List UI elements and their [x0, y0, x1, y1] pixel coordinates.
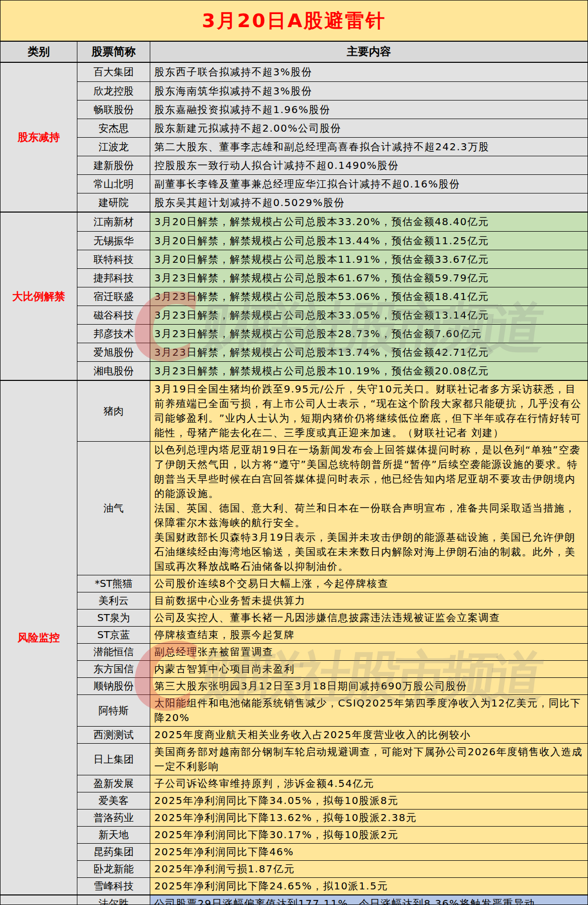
stock-name-cell: *ST熊猫: [77, 575, 150, 592]
stock-name-cell: ST泉为: [77, 610, 150, 626]
content-cell: 2025年净利润同比下降34.05%，拟每10股派8元: [150, 792, 587, 809]
stock-name-cell: 雪峰科技: [77, 878, 150, 894]
table-row: 新天地2025年净利润同比下降30.17%，拟每10股派2元: [77, 826, 587, 843]
table-row: 阿特斯太阳能组件和电池储能系统销售减少，CSIQ2025年第四季度净收入为12亿…: [77, 694, 587, 726]
table-row: 联特科技3月20日解禁，解禁规模占公司总股本11.91%，预估金额33.67亿元: [77, 250, 587, 268]
content-cell: 3月23日解禁，解禁规模占公司总股本13.74%，预估金额42.71亿元: [150, 343, 587, 361]
column-header-stock: 股票简称: [77, 42, 150, 62]
content-cell: 公司股票29日涨幅偏离值达到177.11%，今日涨幅达到8.36%将触发严重异动: [150, 895, 587, 905]
table-row: 畅联股份股东嘉融投资拟减持不超1.96%股份: [77, 100, 587, 119]
content-cell: 美国商务部对越南部分钢制车轮启动规避调查，可能对下属孙公司2026年度销售收入造…: [150, 744, 587, 775]
table-row: 爱美客2025年净利润同比下降34.05%，拟每10股派8元: [77, 792, 587, 809]
content-cell: 3月23日解禁，解禁规模占公司总股本10.19%，预估金额20.08亿元: [150, 362, 587, 380]
content-cell: 副董事长李锋及董事兼总经理应华江拟合计减持不超0.16%股份: [150, 175, 587, 193]
table-row: ST京蓝停牌核查结束，股票今起复牌: [77, 626, 587, 643]
table-row: 雪峰科技2025年净利润同比下降24.65%，拟10派1.5元: [77, 877, 587, 894]
content-cell: 股东吴其超计划减持不超0.5029%股份: [150, 193, 587, 212]
stock-name-cell: 安杰思: [77, 119, 150, 137]
table-row: 法尔胜公司股票29日涨幅偏离值达到177.11%，今日涨幅达到8.36%将触发严…: [77, 895, 587, 905]
content-cell: 3月23日解禁，解禁规模占公司总股本28.73%，预估金额7.60亿元: [150, 325, 587, 343]
table-row: 顺钠股份第三大股东张明园3月12日至3月18日期间减持690万股公司股份: [77, 677, 587, 694]
content-cell: 3月23日解禁，解禁规模占公司总股本33.05%，预估金额13.14亿元: [150, 306, 587, 324]
category-label: 股东减持: [1, 63, 77, 212]
stock-name-cell: 普洛药业: [77, 810, 150, 826]
content-cell: 3月20日解禁，解禁规模占公司总股本33.20%，预估金额48.40亿元: [150, 213, 587, 231]
content-cell: 股东嘉融投资拟减持不超1.96%股份: [150, 100, 587, 119]
section-rows: 法尔胜公司股票29日涨幅偏离值达到177.11%，今日涨幅达到8.36%将触发严…: [77, 895, 587, 905]
content-cell: 2025年度商业航天相关业务收入占2025年度营业收入的比例较小: [150, 727, 587, 743]
section-rows: 百大集团股东西子联合拟减持不超3%股份欣龙控股股东海南筑华拟减持不超3%股份畅联…: [77, 63, 587, 212]
section-rows: 猪肉3月19日全国生猪均价跌至9.95元/公斤，失守10元关口。财联社记者多方采…: [77, 381, 587, 894]
stock-name-cell: 西测测试: [77, 727, 150, 743]
stock-name-cell: 宿迁联盛: [77, 287, 150, 306]
content-cell: 子公司诉讼终审维持原判，涉诉金额4.54亿元: [150, 775, 587, 792]
stock-name-cell: 爱旭股份: [77, 343, 150, 361]
stock-name-cell: 美利云: [77, 592, 150, 609]
section-severe-fluctuation-alert: 严重异动提醒法尔胜公司股票29日涨幅偏离值达到177.11%，今日涨幅达到8.3…: [1, 894, 587, 905]
content-cell: 停牌核查结束，股票今起复牌: [150, 627, 587, 643]
content-cell: 股东西子联合拟减持不超3%股份: [150, 63, 587, 81]
stock-name-cell: 邦彦技术: [77, 325, 150, 343]
stock-name-cell: 猪肉: [77, 381, 150, 441]
table-row: 磁谷科技3月23日解禁，解禁规模占公司总股本33.05%，预估金额13.14亿元: [77, 306, 587, 324]
content-cell: 控股股东一致行动人拟合计减持不超0.1490%股份: [150, 156, 587, 174]
table-row: 江波龙第二大股东、董事李志雄和副总经理高喜春拟合计减持不超242.3万股: [77, 137, 587, 156]
content-cell: 股东海南筑华拟减持不超3%股份: [150, 82, 587, 100]
table-row: 宿迁联盛3月23日解禁，解禁规模占公司总股本53.06%，预估金额18.41亿元: [77, 287, 587, 306]
stock-name-cell: 江南新材: [77, 213, 150, 231]
content-cell: 第三大股东张明园3月12日至3月18日期间减持690万股公司股份: [150, 678, 587, 694]
content-cell: 3月19日全国生猪均价跌至9.95元/公斤，失守10元关口。财联社记者多方采访获…: [150, 381, 587, 441]
stock-name-cell: 畅联股份: [77, 100, 150, 119]
content-cell: 内蒙古智算中心项目尚未盈利: [150, 661, 587, 677]
section-rows: 江南新材3月20日解禁，解禁规模占公司总股本33.20%，预估金额48.40亿元…: [77, 213, 587, 380]
column-header-content: 主要内容: [150, 42, 587, 62]
content-cell: 2025年净利润同比下降46%: [150, 844, 587, 860]
table-row: 江南新材3月20日解禁，解禁规模占公司总股本33.20%，预估金额48.40亿元: [77, 213, 587, 231]
content-cell: 3月20日解禁，解禁规模占公司总股本11.91%，预估金额33.67亿元: [150, 250, 587, 268]
table-row: 捷邦科技3月23日解禁，解禁规模占公司总股本61.67%，预估金额59.79亿元: [77, 268, 587, 287]
stock-name-cell: 法尔胜: [77, 895, 150, 905]
content-cell: 太阳能组件和电池储能系统销售减少，CSIQ2025年第四季度净收入为12亿美元，…: [150, 695, 587, 726]
stock-name-cell: 无锡振华: [77, 232, 150, 250]
stock-name-cell: 磁谷科技: [77, 306, 150, 324]
table-row: 普洛药业2025年净利润同比下降13.62%，拟每10股派2.38元: [77, 809, 587, 826]
stock-name-cell: 建新股份: [77, 156, 150, 174]
content-cell: 2025年净利润同比下降30.17%，拟每10股派2元: [150, 827, 587, 843]
table-row: 东方国信内蒙古智算中心项目尚未盈利: [77, 660, 587, 677]
stock-name-cell: 阿特斯: [77, 695, 150, 726]
content-cell: 2025年净利润同比下降13.62%，拟每10股派2.38元: [150, 810, 587, 826]
content-cell: 2025年净利润同比下降24.65%，拟10派1.5元: [150, 878, 587, 894]
table-row: 建研院股东吴其超计划减持不超0.5029%股份: [77, 193, 587, 212]
table-row: 潜能恒信副总经理张卉被留置调查: [77, 643, 587, 660]
warning-table: 类别 股票简称 主要内容 股东减持百大集团股东西子联合拟减持不超3%股份欣龙控股…: [1, 41, 587, 904]
table-row: 油气以色列总理内塔尼亚胡19日在一场新闻发布会上回答媒体提问时称，是以色列“单独…: [77, 441, 587, 575]
stock-name-cell: 新天地: [77, 827, 150, 843]
content-cell: 目前数据中心业务暂未提供算力: [150, 592, 587, 609]
stock-name-cell: 湘电股份: [77, 362, 150, 380]
content-cell: 2025年净利润亏损1.87亿元: [150, 861, 587, 877]
category-label: 严重异动提醒: [1, 895, 77, 905]
content-cell: 3月20日解禁，解禁规模占公司总股本13.44%，预估金额11.25亿元: [150, 232, 587, 250]
stock-name-cell: 潜能恒信: [77, 644, 150, 660]
stock-name-cell: 东方国信: [77, 661, 150, 677]
table-row: ST泉为公司及实控人、董事长褚一凡因涉嫌信息披露违法违规被证监会立案调查: [77, 609, 587, 626]
stock-name-cell: 爱美客: [77, 792, 150, 809]
category-label: 大比例解禁: [1, 213, 77, 380]
table-row: *ST熊猫公司股价连续8个交易日大幅上涨，今起停牌核查: [77, 575, 587, 592]
table-row: 安杰思股东新建元拟减持不超2.00%公司股份: [77, 119, 587, 137]
table-row: 昆药集团2025年净利润同比下降46%: [77, 843, 587, 860]
table-row: 爱旭股份3月23日解禁，解禁规模占公司总股本13.74%，预估金额42.71亿元: [77, 343, 587, 361]
stock-name-cell: 欣龙控股: [77, 82, 150, 100]
content-cell: 3月23日解禁，解禁规模占公司总股本53.06%，预估金额18.41亿元: [150, 287, 587, 306]
table-row: 西测测试2025年度商业航天相关业务收入占2025年度营业收入的比例较小: [77, 726, 587, 743]
table-row: 建新股份控股股东一致行动人拟合计减持不超0.1490%股份: [77, 156, 587, 174]
stock-name-cell: 建研院: [77, 193, 150, 212]
stock-name-cell: 盈新发展: [77, 775, 150, 792]
table-row: 日上集团美国商务部对越南部分钢制车轮启动规避调查，可能对下属孙公司2026年度销…: [77, 743, 587, 775]
content-cell: 以色列总理内塔尼亚胡19日在一场新闻发布会上回答媒体提问时称，是以色列“单独”空…: [150, 442, 587, 575]
content-cell: 公司及实控人、董事长褚一凡因涉嫌信息披露违法违规被证监会立案调查: [150, 610, 587, 626]
stock-name-cell: 捷邦科技: [77, 269, 150, 287]
stock-name-cell: 常山北明: [77, 175, 150, 193]
stock-name-cell: 昆药集团: [77, 844, 150, 860]
stock-name-cell: 日上集团: [77, 744, 150, 775]
